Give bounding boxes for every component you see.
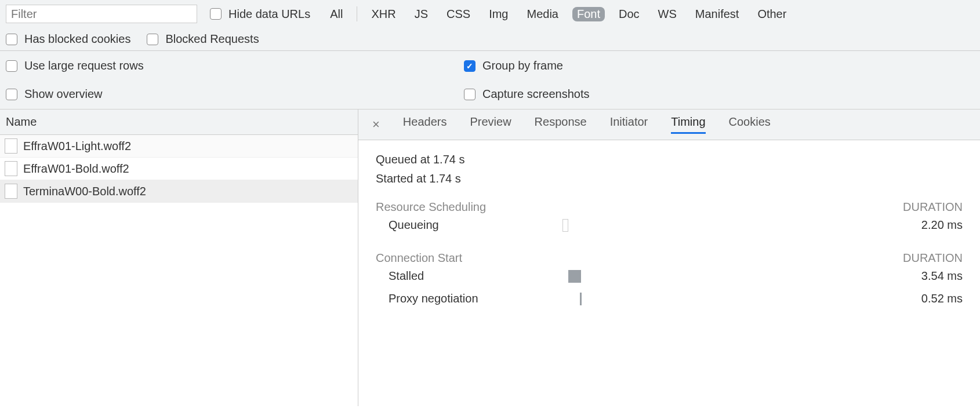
section-title: Connection Start bbox=[376, 251, 462, 265]
capture-screenshots-checkbox[interactable]: Capture screenshots bbox=[464, 87, 590, 101]
filter-row-blocked: Has blocked cookies Blocked Requests bbox=[6, 28, 974, 46]
request-name: TerminaW00-Bold.woff2 bbox=[23, 185, 146, 198]
request-rows: EffraW01-Light.woff2EffraW01-Bold.woff2T… bbox=[0, 135, 358, 203]
type-filter-all[interactable]: All bbox=[325, 7, 347, 21]
request-name: EffraW01-Light.woff2 bbox=[23, 140, 131, 153]
checkbox-icon bbox=[464, 89, 476, 100]
type-filter-media[interactable]: Media bbox=[522, 7, 562, 21]
group-by-frame-label: Group by frame bbox=[482, 59, 563, 72]
request-row[interactable]: EffraW01-Light.woff2 bbox=[0, 135, 358, 158]
close-icon[interactable]: × bbox=[368, 117, 384, 132]
show-overview-checkbox[interactable]: Show overview bbox=[6, 87, 103, 101]
request-row[interactable]: TerminaW00-Bold.woff2 bbox=[0, 180, 358, 203]
tab-headers[interactable]: Headers bbox=[403, 115, 447, 134]
type-filter-doc[interactable]: Doc bbox=[614, 7, 644, 21]
has-blocked-cookies-checkbox[interactable]: Has blocked cookies bbox=[6, 32, 130, 46]
tab-preview[interactable]: Preview bbox=[470, 115, 511, 134]
file-icon bbox=[5, 138, 17, 154]
timing-panel: Queued at 1.74 s Started at 1.74 s Resou… bbox=[358, 140, 980, 323]
checkbox-icon bbox=[6, 34, 17, 45]
type-filter-ws[interactable]: WS bbox=[654, 7, 681, 21]
request-row[interactable]: EffraW01-Bold.woff2 bbox=[0, 158, 358, 180]
type-filter-js[interactable]: JS bbox=[410, 7, 433, 21]
timing-section-header: Resource SchedulingDURATION bbox=[376, 200, 963, 214]
checkbox-icon bbox=[6, 60, 17, 72]
bar-icon bbox=[580, 293, 582, 305]
tab-cookies[interactable]: Cookies bbox=[729, 115, 771, 134]
group-by-frame-checkbox[interactable]: Group by frame bbox=[464, 59, 563, 72]
timing-label: Queueing bbox=[389, 218, 562, 232]
type-filter-img[interactable]: Img bbox=[484, 7, 513, 21]
type-filter-css[interactable]: CSS bbox=[442, 7, 475, 21]
duration-header: DURATION bbox=[903, 251, 963, 265]
request-list-header[interactable]: Name bbox=[0, 110, 358, 135]
type-filter-manifest[interactable]: Manifest bbox=[691, 7, 744, 21]
request-detail-panel: × HeadersPreviewResponseInitiatorTimingC… bbox=[358, 110, 980, 406]
hide-data-urls-label: Hide data URLs bbox=[228, 8, 310, 21]
capture-screenshots-label: Capture screenshots bbox=[482, 87, 590, 101]
bar-icon bbox=[562, 219, 568, 232]
blocked-requests-checkbox[interactable]: Blocked Requests bbox=[147, 32, 259, 46]
queued-at: Queued at 1.74 s bbox=[376, 153, 963, 166]
checkbox-icon bbox=[210, 8, 222, 20]
timing-bar bbox=[562, 270, 632, 283]
request-name: EffraW01-Bold.woff2 bbox=[23, 162, 129, 176]
network-filter-bar: Hide data URLs AllXHRJSCSSImgMediaFontDo… bbox=[0, 0, 980, 51]
section-title: Resource Scheduling bbox=[376, 200, 486, 214]
tab-response[interactable]: Response bbox=[535, 115, 587, 134]
use-large-rows-checkbox[interactable]: Use large request rows bbox=[6, 59, 144, 72]
type-filter-xhr[interactable]: XHR bbox=[366, 7, 400, 21]
type-filter-font[interactable]: Font bbox=[572, 7, 605, 21]
hide-data-urls-checkbox[interactable]: Hide data URLs bbox=[210, 8, 310, 21]
blocked-requests-label: Blocked Requests bbox=[165, 32, 259, 46]
timing-label: Stalled bbox=[389, 269, 562, 283]
network-main: Name EffraW01-Light.woff2EffraW01-Bold.w… bbox=[0, 110, 980, 406]
checkbox-icon bbox=[464, 60, 476, 72]
show-overview-label: Show overview bbox=[24, 87, 103, 101]
name-column-header: Name bbox=[6, 115, 37, 128]
detail-tabs-inner: HeadersPreviewResponseInitiatorTimingCoo… bbox=[403, 115, 771, 134]
bar-icon bbox=[568, 270, 581, 283]
network-settings-bar: Use large request rows Group by frame Sh… bbox=[0, 51, 980, 110]
file-icon bbox=[5, 184, 17, 199]
timing-row: Queueing2.20 ms bbox=[376, 214, 963, 236]
timing-row: Stalled3.54 ms bbox=[376, 265, 963, 287]
settings-line-1: Use large request rows Group by frame bbox=[6, 59, 974, 72]
timing-value: 2.20 ms bbox=[921, 218, 963, 232]
settings-line-2: Show overview Capture screenshots bbox=[6, 87, 974, 101]
timing-label: Proxy negotiation bbox=[389, 292, 562, 305]
tab-initiator[interactable]: Initiator bbox=[610, 115, 648, 134]
checkbox-icon bbox=[147, 34, 158, 45]
filter-input[interactable] bbox=[6, 5, 197, 23]
use-large-rows-label: Use large request rows bbox=[24, 59, 144, 72]
timing-row: Proxy negotiation0.52 ms bbox=[376, 287, 963, 310]
file-icon bbox=[5, 161, 17, 176]
timing-value: 0.52 ms bbox=[921, 292, 963, 305]
tab-timing[interactable]: Timing bbox=[671, 115, 705, 134]
request-list-panel: Name EffraW01-Light.woff2EffraW01-Bold.w… bbox=[0, 110, 358, 406]
resource-type-filters: AllXHRJSCSSImgMediaFontDocWSManifestOthe… bbox=[325, 6, 791, 21]
started-at: Started at 1.74 s bbox=[376, 172, 963, 185]
type-filter-other[interactable]: Other bbox=[753, 7, 791, 21]
timing-sections: Resource SchedulingDURATIONQueueing2.20 … bbox=[376, 200, 963, 310]
filter-row-types: Hide data URLs AllXHRJSCSSImgMediaFontDo… bbox=[6, 5, 974, 28]
duration-header: DURATION bbox=[903, 200, 963, 214]
detail-tabs: × HeadersPreviewResponseInitiatorTimingC… bbox=[358, 110, 980, 140]
has-blocked-cookies-label: Has blocked cookies bbox=[24, 32, 130, 46]
timing-bar bbox=[562, 219, 632, 232]
divider bbox=[357, 6, 357, 21]
timing-value: 3.54 ms bbox=[921, 269, 963, 283]
timing-bar bbox=[562, 293, 632, 305]
checkbox-icon bbox=[6, 89, 17, 100]
timing-section-header: Connection StartDURATION bbox=[376, 251, 963, 265]
